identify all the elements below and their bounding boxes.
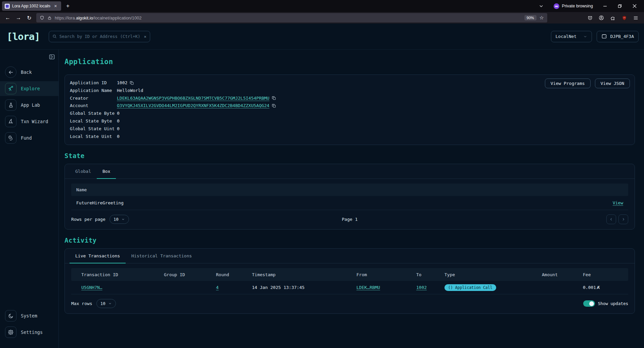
zoom-level-badge[interactable]: 90%	[524, 15, 536, 20]
activity-footer: Max rows 10 Show updates	[65, 294, 635, 313]
detail-label: Application Name	[70, 87, 117, 95]
col-transaction-id: Transaction ID	[81, 272, 164, 277]
account-icon[interactable]	[596, 13, 606, 22]
account-address-link[interactable]: O3VYQKJ45XILV2GVDO44LM2IGPUD2QYRXNFX5K4Z…	[117, 102, 269, 110]
view-programs-button[interactable]: View Programs	[545, 79, 591, 88]
sidebar-item-settings[interactable]: Settings	[0, 325, 58, 340]
sidebar-item-fund[interactable]: Fund	[0, 131, 58, 145]
rows-per-page-select[interactable]: 10	[110, 215, 129, 224]
list-tabs-chevron-icon[interactable]	[536, 1, 546, 11]
detail-label: Local State Byte	[70, 117, 117, 125]
previous-page-button[interactable]	[606, 214, 616, 224]
ublock-shield-icon[interactable]: uO	[619, 13, 629, 22]
tab-global[interactable]: Global	[70, 164, 97, 179]
flask-icon	[5, 99, 16, 111]
col-fee: Fee	[583, 272, 628, 277]
detail-label: Creator	[70, 95, 117, 102]
menu-hamburger-icon[interactable]	[631, 13, 641, 22]
show-updates-toggle[interactable]	[583, 300, 595, 307]
lora-logo[interactable]: [lora]	[5, 31, 41, 42]
detail-row: Global State Uint 0	[70, 125, 630, 133]
detail-label: Application ID	[70, 79, 117, 87]
search-input[interactable]	[59, 34, 141, 39]
max-rows-value: 10	[100, 301, 105, 306]
timestamp-value: 14 Jan 2025 13:37:45	[252, 285, 356, 290]
application-name-value: HelloWorld	[117, 87, 143, 95]
lock-icon[interactable]	[47, 16, 52, 20]
back-nav-icon[interactable]: ←	[3, 13, 13, 22]
to-app-link[interactable]: 1002	[416, 285, 427, 290]
application-id-value: 1002	[117, 79, 127, 87]
tab-close-icon[interactable]: ✕	[53, 3, 58, 9]
tab-historical-transactions[interactable]: Historical Transactions	[126, 249, 198, 263]
forward-nav-icon[interactable]: →	[13, 13, 24, 22]
window-controls	[598, 1, 642, 11]
sidebar-item-txn-wizard[interactable]: Txn Wizard	[0, 114, 58, 129]
main-content: Application Application ID 1002 Applicat…	[59, 50, 644, 348]
sidebar-item-label: App Lab	[21, 102, 40, 108]
chevron-down-icon	[108, 302, 112, 305]
url-bar[interactable]: https://lora.algokit.io/localnet/applica…	[36, 13, 547, 22]
copy-icon[interactable]	[130, 81, 134, 85]
activity-card: Live Transactions Historical Transaction…	[65, 248, 635, 314]
sidebar-item-explore[interactable]: Explore	[0, 81, 58, 96]
sidebar-item-system[interactable]: System	[0, 308, 58, 323]
box-view-link[interactable]: View	[613, 200, 623, 205]
application-call-paren-icon: ()	[448, 285, 453, 290]
box-table: Name FutureHireGreeting View	[71, 184, 628, 210]
reload-icon[interactable]: ↻	[24, 13, 34, 22]
view-json-button[interactable]: View JSON	[595, 79, 630, 88]
next-page-button[interactable]	[618, 214, 628, 224]
extensions-puzzle-icon[interactable]	[608, 13, 618, 22]
chevron-down-icon	[583, 35, 587, 39]
new-tab-button[interactable]: +	[63, 1, 73, 11]
col-type: Type	[444, 272, 542, 277]
search-clear-icon[interactable]: ✕	[144, 34, 146, 39]
app-header: [lora] ✕ LocalNet DJPB_4F3A	[0, 23, 644, 50]
transactions-table: Transaction ID Group ID Round Timestamp …	[71, 268, 628, 294]
sidebar-collapse-icon[interactable]	[49, 54, 55, 60]
chevron-down-icon	[121, 217, 125, 221]
round-link[interactable]: 4	[216, 285, 219, 290]
copy-icon[interactable]	[272, 104, 276, 108]
sidebar-nav: Back Explore App Lab Txn Wizard	[0, 65, 58, 147]
sidebar-item-back[interactable]: Back	[0, 65, 58, 80]
wizard-hat-icon	[5, 116, 16, 127]
wallet-button[interactable]: DJPB_4F3A	[597, 31, 639, 42]
detail-label: Account	[70, 102, 117, 110]
browser-tab[interactable]: Lora App:1002 localnet ✕	[2, 1, 61, 11]
window-close-button[interactable]	[627, 1, 642, 11]
sidebar-item-app-lab[interactable]: App Lab	[0, 98, 58, 112]
activity-tabs: Live Transactions Historical Transaction…	[65, 249, 635, 263]
tab-live-transactions[interactable]: Live Transactions	[70, 249, 126, 263]
search-icon	[52, 34, 57, 39]
creator-address-link[interactable]: LDEKL63AQAA2WGNSP3VGPHBO6BZXGLND7SMTCVB5…	[117, 95, 269, 102]
window-minimize-button[interactable]	[598, 1, 612, 11]
copy-icon[interactable]	[272, 96, 276, 100]
transaction-row: U5GNH7N… 4 14 Jan 2025 13:37:45 LDEK…RBM…	[71, 281, 628, 294]
network-select[interactable]: LocalNet	[551, 31, 592, 42]
from-address-link[interactable]: LDEK…RBMU	[356, 285, 380, 290]
tracking-shield-icon[interactable]	[40, 15, 44, 20]
search-box[interactable]: ✕	[49, 31, 150, 42]
application-call-label: Application Call	[455, 285, 492, 290]
tab-box[interactable]: Box	[97, 164, 116, 179]
col-round: Round	[216, 272, 252, 277]
window-restore-button[interactable]	[612, 1, 627, 11]
col-group-id: Group ID	[164, 272, 216, 277]
tab-favicon	[5, 4, 10, 9]
private-browsing-badge: Private browsing	[554, 3, 593, 9]
card-actions: View Programs View JSON	[545, 79, 630, 88]
show-updates-label: Show updates	[598, 301, 628, 306]
pocket-icon[interactable]	[585, 13, 595, 22]
algo-symbol: Ⱥ	[597, 285, 600, 290]
transaction-id-link[interactable]: U5GNH7N…	[81, 285, 102, 290]
global-state-uint-value: 0	[117, 125, 120, 133]
detail-label: Global State Byte	[70, 110, 117, 117]
rows-per-page-label: Rows per page	[71, 217, 105, 222]
bookmark-star-icon[interactable]: ☆	[540, 15, 544, 21]
transactions-table-header: Transaction ID Group ID Round Timestamp …	[71, 268, 628, 281]
max-rows-select[interactable]: 10	[96, 299, 116, 308]
fee-value: 0.001Ⱥ	[583, 285, 628, 290]
application-call-badge: ()Application Call	[444, 284, 496, 291]
